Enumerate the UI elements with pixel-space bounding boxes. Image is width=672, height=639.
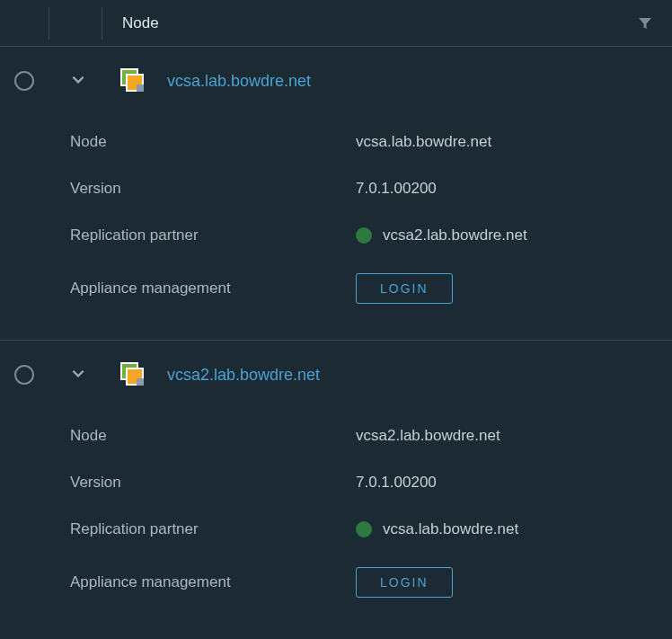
label-node: Node xyxy=(70,427,356,445)
table-row: vcsa.lab.bowdre.net xyxy=(0,47,672,102)
login-button[interactable]: LOGIN xyxy=(356,273,453,304)
header-divider xyxy=(49,7,49,40)
label-node: Node xyxy=(70,133,356,151)
value-node: vcsa2.lab.bowdre.net xyxy=(356,427,500,445)
value-replication-partner: vcsa2.lab.bowdre.net xyxy=(383,226,527,244)
status-ok-icon xyxy=(356,227,372,244)
value-node: vcsa.lab.bowdre.net xyxy=(356,133,491,151)
status-ok-icon xyxy=(356,521,372,537)
value-replication-partner: vcsa.lab.bowdre.net xyxy=(383,520,518,538)
row-select-radio[interactable] xyxy=(14,71,34,91)
label-version: Version xyxy=(70,180,356,198)
table-row: vcsa2.lab.bowdre.net xyxy=(0,341,672,396)
value-version: 7.0.1.00200 xyxy=(356,474,437,492)
value-version: 7.0.1.00200 xyxy=(356,180,437,198)
chevron-down-icon[interactable] xyxy=(70,71,86,91)
node-name-link[interactable]: vcsa2.lab.bowdre.net xyxy=(167,366,320,385)
label-replication-partner: Replication partner xyxy=(70,520,356,538)
login-button[interactable]: LOGIN xyxy=(356,567,453,598)
node-details: Node vcsa.lab.bowdre.net Version 7.0.1.0… xyxy=(0,102,672,340)
vcenter-icon xyxy=(120,362,146,387)
filter-icon[interactable] xyxy=(638,16,652,34)
node-name-link[interactable]: vcsa.lab.bowdre.net xyxy=(167,72,311,91)
row-select-radio[interactable] xyxy=(14,365,34,385)
label-appliance-management: Appliance management xyxy=(70,573,356,591)
table-header: Node xyxy=(0,0,672,47)
header-divider xyxy=(102,7,102,40)
label-replication-partner: Replication partner xyxy=(70,226,356,244)
vcenter-icon xyxy=(120,68,146,93)
node-details: Node vcsa2.lab.bowdre.net Version 7.0.1.… xyxy=(0,396,672,634)
chevron-down-icon[interactable] xyxy=(70,365,86,385)
label-appliance-management: Appliance management xyxy=(70,280,356,297)
label-version: Version xyxy=(70,474,356,492)
column-header-node[interactable]: Node xyxy=(122,14,159,32)
